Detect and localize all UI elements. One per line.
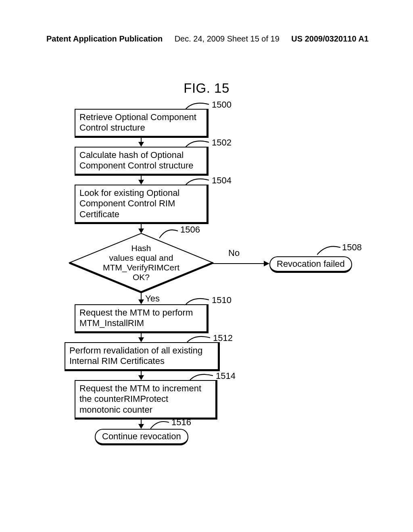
process-1502-text: Calculate hash of Optional Component Con…	[79, 150, 193, 170]
leader-1502	[186, 140, 211, 148]
edge-label-yes: Yes	[145, 293, 160, 304]
arrow-1502-1504	[137, 174, 145, 185]
leader-1514	[190, 373, 215, 381]
terminator-1516: Continue revocation	[95, 429, 188, 445]
svg-marker-14	[138, 337, 144, 342]
process-1512: Perform revalidation of all existing Int…	[65, 342, 220, 371]
header-right: US 2009/0320110 A1	[291, 34, 369, 44]
process-1504: Look for existing Optional Component Con…	[75, 185, 209, 224]
arrow-1512-1514	[137, 370, 145, 380]
leader-1510	[186, 297, 211, 305]
process-1514-text: Request the MTM to increment the counter…	[79, 383, 201, 415]
ref-1508: 1508	[342, 242, 362, 253]
figure-title: FIG. 15	[0, 81, 413, 96]
decision-1506-text: Hash values equal and MTM_VerifyRIMCert …	[69, 233, 214, 293]
arrow-1506-1510	[137, 292, 145, 304]
terminator-1508: Revocation failed	[269, 256, 352, 273]
ref-1504: 1504	[212, 175, 232, 186]
ref-1510: 1510	[212, 295, 232, 305]
terminator-1508-text: Revocation failed	[277, 259, 345, 269]
process-1500-text: Retrieve Optional Component Control stru…	[79, 112, 196, 133]
leader-1506	[159, 228, 179, 239]
arrow-1514-1516	[137, 418, 145, 429]
ref-1516: 1516	[171, 417, 191, 428]
header-center: Dec. 24, 2009 Sheet 15 of 19	[175, 34, 280, 44]
ref-1514: 1514	[216, 371, 236, 381]
process-1510-text: Request the MTM to perform MTM_InstallRI…	[79, 308, 193, 328]
ref-1506: 1506	[180, 224, 200, 235]
edge-label-no: No	[228, 248, 240, 258]
arrow-1500-1502	[137, 136, 145, 147]
svg-marker-16	[138, 375, 144, 380]
page-header: Patent Application Publication Dec. 24, …	[0, 34, 413, 44]
leader-1504	[186, 178, 211, 186]
ref-1500: 1500	[212, 100, 232, 110]
arrow-1504-1506	[137, 223, 145, 233]
ref-1502: 1502	[212, 137, 232, 148]
svg-marker-12	[138, 299, 144, 304]
leader-1516	[150, 420, 171, 430]
arrow-1510-1512	[137, 332, 145, 342]
decision-1506: Hash values equal and MTM_VerifyRIMCert …	[69, 233, 214, 293]
leader-1508	[317, 245, 342, 256]
process-1514: Request the MTM to increment the counter…	[75, 380, 217, 420]
process-1502: Calculate hash of Optional Component Con…	[75, 147, 209, 176]
process-1510: Request the MTM to perform MTM_InstallRI…	[75, 304, 209, 333]
svg-marker-10	[264, 261, 269, 266]
terminator-1516-text: Continue revocation	[102, 431, 181, 441]
header-left: Patent Application Publication	[46, 34, 163, 44]
process-1512-text: Perform revalidation of all existing Int…	[69, 345, 202, 366]
process-1504-text: Look for existing Optional Component Con…	[79, 188, 179, 219]
ref-1512: 1512	[213, 333, 233, 343]
leader-1500	[186, 102, 211, 110]
svg-marker-3	[138, 180, 144, 185]
leader-1512	[187, 335, 212, 343]
process-1500: Retrieve Optional Component Control stru…	[75, 109, 209, 138]
svg-marker-18	[138, 424, 144, 429]
svg-marker-1	[138, 142, 144, 147]
arrow-1506-1508	[213, 260, 270, 268]
